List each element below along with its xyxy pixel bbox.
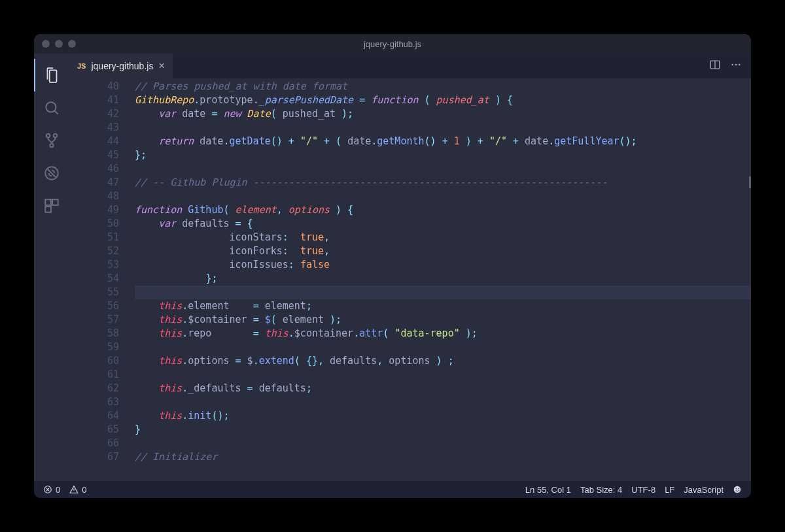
scrollbar-indicator[interactable] <box>749 176 751 188</box>
split-editor-icon[interactable] <box>709 59 721 73</box>
svg-rect-6 <box>52 199 58 205</box>
svg-point-11 <box>739 64 740 65</box>
svg-point-10 <box>735 64 737 65</box>
svg-point-3 <box>50 144 53 147</box>
window-controls <box>42 40 76 48</box>
maximize-window-button[interactable] <box>68 40 76 48</box>
file-tab[interactable]: JS jquery-github.js × <box>69 54 173 78</box>
code-editor[interactable]: 4041424344454647484950515253545556575859… <box>69 78 751 481</box>
status-language[interactable]: JavaScript <box>684 485 724 495</box>
extensions-icon[interactable] <box>34 190 69 222</box>
svg-point-9 <box>732 64 733 65</box>
status-bar: 0 0 Ln 55, Col 1 Tab Size: 4 UTF-8 LF Ja… <box>34 481 751 498</box>
status-warnings[interactable]: 0 <box>69 485 86 495</box>
activity-bar <box>34 54 69 481</box>
status-feedback-icon[interactable] <box>733 485 742 494</box>
status-eol[interactable]: LF <box>665 485 674 495</box>
window-title: jquery-github.js <box>364 39 421 49</box>
editor-window: jquery-github.js JS <box>34 34 751 498</box>
search-icon[interactable] <box>34 91 69 124</box>
svg-point-1 <box>46 134 50 137</box>
status-errors[interactable]: 0 <box>43 485 60 495</box>
titlebar[interactable]: jquery-github.js <box>34 34 751 54</box>
svg-rect-7 <box>45 207 51 212</box>
minimize-window-button[interactable] <box>55 40 63 48</box>
svg-point-0 <box>46 102 56 112</box>
status-cursor[interactable]: Ln 55, Col 1 <box>525 485 571 495</box>
tab-bar: JS jquery-github.js × <box>69 54 751 78</box>
main-area: JS jquery-github.js × 404142434445464748… <box>34 54 751 481</box>
line-gutter: 4041424344454647484950515253545556575859… <box>69 80 135 481</box>
close-tab-icon[interactable]: × <box>158 60 164 72</box>
file-lang-badge: JS <box>77 62 86 70</box>
status-encoding[interactable]: UTF-8 <box>631 485 655 495</box>
more-actions-icon[interactable] <box>730 59 742 73</box>
status-tabsize[interactable]: Tab Size: 4 <box>580 485 622 495</box>
svg-point-2 <box>54 134 57 137</box>
file-tab-label: jquery-github.js <box>91 61 153 71</box>
svg-point-15 <box>738 488 739 490</box>
code-content[interactable]: // Parses pushed_at with date formatGith… <box>135 80 751 481</box>
editor-area: JS jquery-github.js × 404142434445464748… <box>69 54 751 481</box>
close-window-button[interactable] <box>42 40 50 48</box>
source-control-icon[interactable] <box>34 124 69 157</box>
svg-rect-5 <box>45 199 51 205</box>
debug-icon[interactable] <box>34 157 69 190</box>
svg-point-13 <box>734 486 741 493</box>
svg-point-14 <box>735 488 737 490</box>
explorer-icon[interactable] <box>34 59 69 91</box>
